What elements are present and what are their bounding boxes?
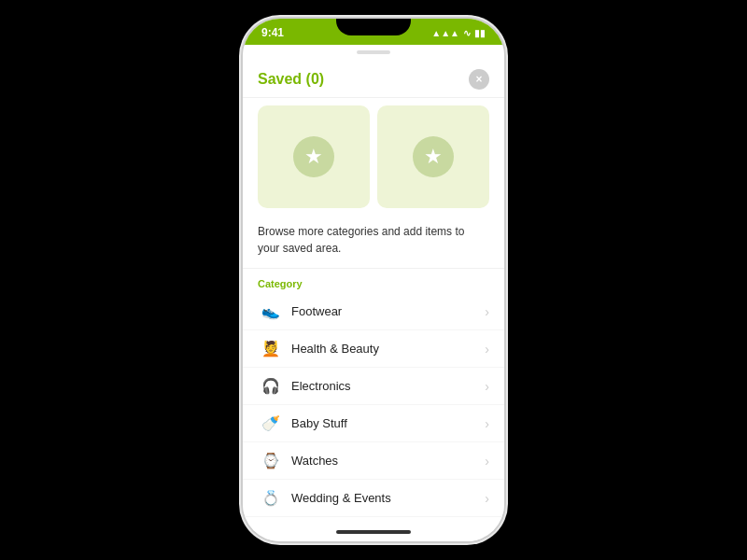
category-name: Baby Stuff [291, 416, 485, 430]
saved-area: ★ ★ [243, 98, 504, 219]
chevron-right-icon: › [485, 342, 489, 357]
signal-icon: ▲▲▲ [431, 28, 459, 38]
category-emoji: 💍 [258, 489, 284, 507]
category-name: Health & Beauty [291, 342, 485, 356]
browse-text: Browse more categories and add items to … [243, 219, 504, 269]
category-item[interactable]: 💆 Health & Beauty › [243, 330, 504, 368]
category-list: 👟 Footwear › 💆 Health & Beauty › 🎧 Elect… [243, 293, 504, 523]
category-name: Electronics [291, 379, 485, 393]
category-emoji: 👟 [258, 302, 284, 320]
category-item[interactable]: 🎧 Electronics › [243, 368, 504, 405]
home-indicator [243, 523, 504, 541]
chevron-right-icon: › [485, 491, 489, 506]
app-content: Saved (0) × ★ ★ Browse more categories a… [243, 45, 504, 523]
category-name: Watches [291, 454, 485, 468]
home-bar [336, 530, 411, 534]
header: Saved (0) × [243, 58, 504, 98]
wifi-icon: ∿ [463, 28, 471, 38]
category-item[interactable]: ⌚ Watches › [243, 442, 504, 480]
saved-star-icon-1: ★ [293, 136, 334, 177]
close-button[interactable]: × [469, 69, 489, 90]
category-item[interactable]: 💍 Wedding & Events › [243, 480, 504, 517]
category-emoji: ⌚ [258, 452, 284, 469]
category-emoji: 💆 [258, 340, 284, 357]
chevron-right-icon: › [485, 379, 489, 394]
category-emoji: 🍼 [258, 414, 284, 432]
chevron-right-icon: › [485, 416, 489, 431]
phone-frame: 9:41 ▲▲▲ ∿ ▮▮ Saved (0) × ★ ★ Browse mor… [243, 19, 504, 541]
category-name: Wedding & Events [291, 491, 485, 505]
drag-handle [357, 50, 390, 54]
chevron-right-icon: › [485, 454, 489, 469]
battery-icon: ▮▮ [474, 28, 486, 38]
chevron-right-icon: › [485, 304, 489, 319]
status-icons: ▲▲▲ ∿ ▮▮ [431, 28, 486, 38]
category-item[interactable]: 🍼 Baby Stuff › [243, 405, 504, 442]
category-label: Category [243, 269, 504, 293]
saved-card-2: ★ [377, 105, 489, 208]
phone-notch [336, 19, 411, 35]
saved-star-icon-2: ★ [413, 136, 454, 177]
category-emoji: 🎧 [258, 377, 284, 395]
page-title: Saved (0) [258, 71, 324, 88]
saved-card-1: ★ [258, 105, 370, 208]
category-item[interactable]: 👟 Footwear › [243, 293, 504, 330]
status-time: 9:41 [261, 26, 284, 39]
category-name: Footwear [291, 304, 485, 318]
